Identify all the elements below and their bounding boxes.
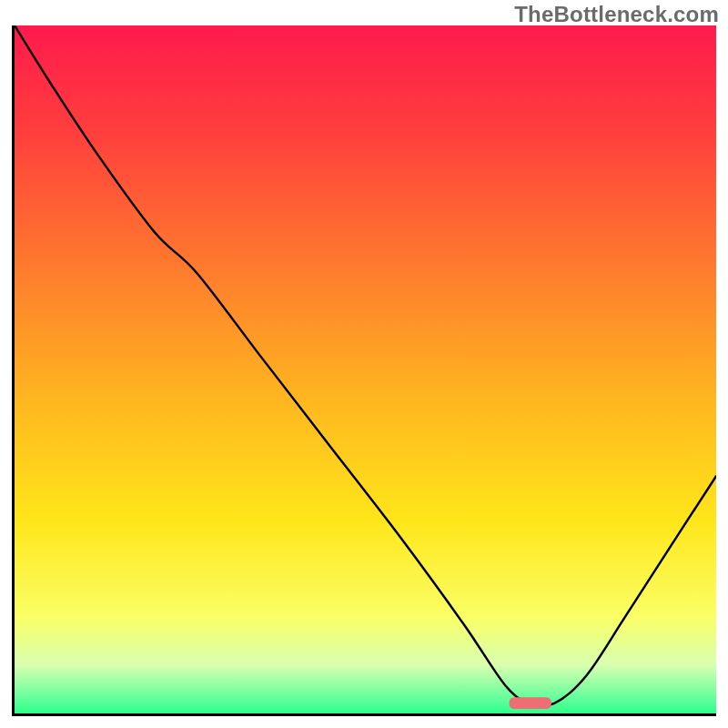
- svg-rect-1: [510, 697, 551, 709]
- watermark-text: TheBottleneck.com: [514, 2, 719, 27]
- plot-area: [12, 25, 716, 716]
- optimal-marker: [15, 25, 716, 713]
- chart-stage: TheBottleneck.com: [0, 0, 728, 728]
